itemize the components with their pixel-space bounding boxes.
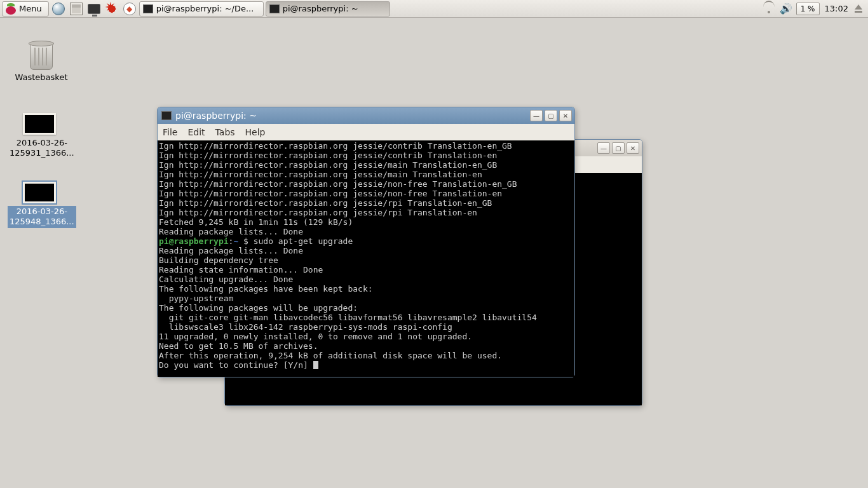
launcher-file-manager[interactable]	[68, 1, 85, 17]
starburst-icon	[105, 3, 118, 15]
image-thumbnail-icon	[23, 182, 56, 203]
trash-icon	[30, 43, 53, 70]
launcher-terminal[interactable]	[86, 1, 102, 17]
terminal-icon	[143, 4, 153, 13]
menu-tabs[interactable]: Tabs	[215, 127, 235, 137]
terminal-icon	[88, 4, 100, 14]
cpu-value: 1 %	[801, 4, 815, 13]
desktop-icon-screenshot-2[interactable]: 2016-03-26-125948_1366...	[8, 182, 71, 228]
terminal-icon	[161, 111, 172, 120]
menu-help[interactable]: Help	[245, 127, 266, 137]
window-buttons: — ▢ ✕	[530, 110, 572, 121]
close-button[interactable]: ✕	[559, 110, 572, 121]
desktop-icon-label: 2016-03-26-125931_1366...	[8, 137, 76, 159]
launcher-mathematica[interactable]	[104, 1, 120, 17]
terminal-icon	[269, 4, 280, 13]
maximize-button[interactable]: ▢	[545, 110, 557, 121]
file-manager-icon	[70, 3, 83, 15]
terminal-body[interactable]: Ign http://mirrordirector.raspbian.org j…	[158, 140, 574, 377]
taskbar-task-0[interactable]: pi@raspberrypi: ~/De...	[139, 1, 264, 17]
globe-icon	[52, 3, 65, 15]
minimize-button[interactable]: —	[530, 110, 543, 121]
start-menu-label: Menu	[19, 4, 42, 13]
task-label: pi@raspberrypi: ~	[283, 4, 358, 13]
launcher-web-browser[interactable]	[50, 1, 67, 17]
desktop[interactable]: Wastebasket 2016-03-26-125931_1366... 20…	[0, 18, 868, 488]
raspberry-pi-logo-icon	[5, 3, 17, 15]
image-thumbnail-icon	[23, 113, 56, 135]
volume-icon[interactable]: 🔊	[780, 4, 791, 14]
system-tray: 🔊 1 % 13:02	[763, 3, 866, 15]
wolfram-icon: ◆	[123, 3, 136, 15]
start-menu-button[interactable]: Menu	[2, 1, 49, 17]
window-title: pi@raspberrypi: ~	[175, 111, 530, 121]
eject-icon[interactable]	[853, 4, 864, 13]
desktop-icon-label: Wastebasket	[13, 72, 69, 83]
desktop-icon-wastebasket[interactable]: Wastebasket	[10, 43, 73, 83]
titlebar[interactable]: pi@raspberrypi: ~ — ▢ ✕	[158, 107, 574, 124]
network-icon[interactable]	[763, 4, 775, 13]
desktop-icon-screenshot-1[interactable]: 2016-03-26-125931_1366...	[8, 113, 71, 159]
close-button[interactable]: ✕	[627, 142, 639, 154]
clock[interactable]: 13:02	[825, 4, 848, 13]
maximize-button[interactable]: ▢	[612, 142, 625, 154]
taskbar: Menu ◆ pi@raspberrypi: ~/De... pi@raspbe…	[0, 0, 868, 18]
cpu-usage-indicator[interactable]: 1 %	[796, 3, 820, 15]
taskbar-task-1[interactable]: pi@raspberrypi: ~	[266, 1, 390, 17]
task-label: pi@raspberrypi: ~/De...	[156, 4, 254, 13]
minimize-button[interactable]: —	[597, 142, 610, 154]
terminal-window-foreground[interactable]: pi@raspberrypi: ~ — ▢ ✕ File Edit Tabs H…	[157, 107, 575, 377]
menu-edit[interactable]: Edit	[187, 127, 205, 137]
desktop-icon-label: 2016-03-26-125948_1366...	[8, 206, 76, 228]
launcher-wolfram[interactable]: ◆	[121, 1, 138, 17]
window-buttons: — ▢ ✕	[597, 142, 639, 154]
menubar: File Edit Tabs Help	[158, 124, 574, 140]
menu-file[interactable]: File	[163, 127, 177, 137]
